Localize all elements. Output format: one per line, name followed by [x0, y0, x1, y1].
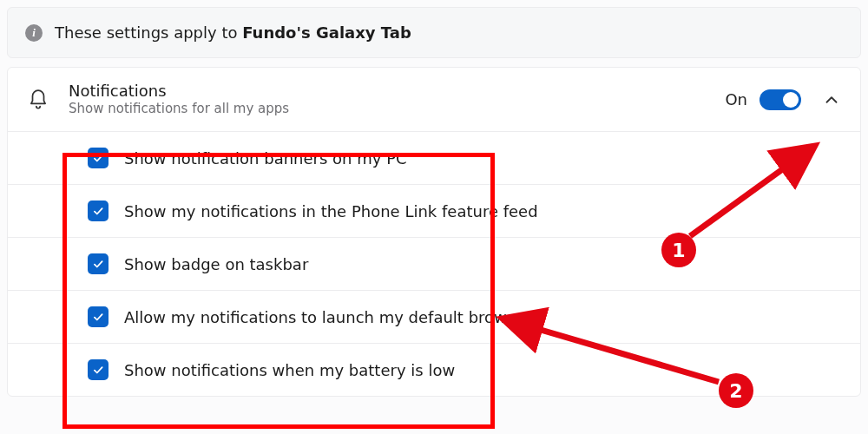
- banner-prefix: These settings apply to: [55, 23, 242, 42]
- device-banner: i These settings apply to Fundo's Galaxy…: [7, 7, 861, 58]
- annotation-badge-2: 2: [719, 373, 753, 408]
- device-banner-text: These settings apply to Fundo's Galaxy T…: [55, 23, 411, 42]
- info-icon: i: [25, 24, 43, 42]
- notifications-header-text: Notifications Show notifications for all…: [69, 82, 706, 117]
- notifications-title: Notifications: [69, 82, 706, 101]
- notifications-subtitle: Show notifications for all my apps: [69, 101, 706, 118]
- notifications-toggle[interactable]: [760, 89, 801, 110]
- bell-icon: [27, 89, 49, 111]
- notifications-header[interactable]: Notifications Show notifications for all…: [8, 68, 860, 132]
- banner-device-name: Fundo's Galaxy Tab: [242, 23, 411, 42]
- chevron-up-icon[interactable]: [822, 90, 841, 109]
- toggle-knob: [783, 92, 799, 108]
- annotation-badge-1: 1: [661, 233, 696, 267]
- notifications-toggle-group: On: [725, 89, 841, 110]
- toggle-state-label: On: [725, 90, 747, 108]
- annotation-highlight-box: [62, 153, 495, 429]
